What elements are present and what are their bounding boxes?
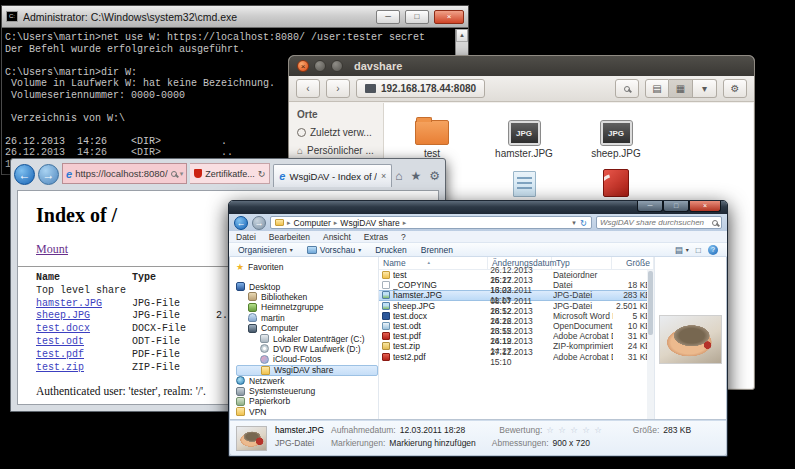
file-row-pdf2[interactable]: test2.pdf27.12.2013 15:10Adobe Acrobat D… [379, 352, 654, 362]
refresh-icon[interactable]: ↻ [580, 218, 587, 228]
help-icon[interactable]: ? [708, 245, 718, 255]
menu-bearbeiten[interactable]: Bearbeiten [269, 232, 310, 242]
file-link[interactable]: test.odt [36, 336, 84, 347]
list-view-button[interactable]: ▤ [645, 79, 669, 98]
menu-ansicht[interactable]: Ansicht [323, 232, 351, 242]
maximize-button[interactable]: □ [405, 10, 429, 24]
breadcrumb-wsgidav-share[interactable]: WsgiDAV share [340, 218, 399, 228]
pdf-icon [382, 353, 390, 361]
menu-help[interactable]: ? [401, 232, 406, 242]
sidebar-item-bibliotheken[interactable]: Bibliotheken [236, 292, 378, 302]
forward-button[interactable]: › [326, 79, 350, 98]
organize-button[interactable]: Organisieren▾ [238, 245, 293, 255]
views-button[interactable]: ▤▾ [675, 245, 689, 255]
view-options-chevron[interactable]: ▾ [693, 79, 717, 98]
chevron-down-icon[interactable]: ▾ [180, 170, 184, 178]
back-button[interactable]: ← [14, 164, 35, 185]
gear-button[interactable]: ⚙ [723, 79, 747, 98]
favorites-star-icon[interactable]: ★ [410, 169, 421, 183]
close-icon[interactable]: × [297, 60, 309, 72]
grid-view-button[interactable]: ▦ [669, 79, 693, 98]
browser-tab[interactable]: e WsgiDAV - Index of / × [273, 164, 392, 187]
menu-datei[interactable]: Datei [236, 232, 256, 242]
file-label: hamster.JPG [495, 148, 553, 159]
explorer-sidebar: ★Favoriten Desktop Bibliotheken Heimnetz… [230, 257, 378, 419]
file-type: ZIP-File [132, 362, 210, 375]
scrollbar-thumb[interactable] [648, 271, 653, 335]
sidebar-item-favoriten[interactable]: ★Favoriten [236, 262, 378, 272]
print-button[interactable]: Drucken [375, 245, 407, 255]
nautilus-title-bar[interactable]: × davshare [289, 56, 754, 76]
column-header-type[interactable]: Typ [552, 257, 612, 270]
file-link[interactable]: sheep.JPG [36, 310, 90, 321]
column-header-date[interactable]: Änderungsdatum [488, 257, 552, 270]
forward-button[interactable]: → [252, 216, 266, 230]
command-bar: Organisieren▾ Vorschau▾ Drucken Brennen … [229, 243, 727, 257]
minimize-button[interactable]: ─ [376, 10, 400, 24]
sidebar-item-desktop[interactable]: Desktop [236, 281, 378, 291]
burn-button[interactable]: Brennen [421, 245, 453, 255]
preview-pane-toggle[interactable]: □ [696, 245, 701, 255]
url-text[interactable]: https://localhost:8080/ [75, 168, 168, 179]
explorer-title-bar[interactable]: ─ □ × [229, 201, 727, 214]
sidebar-item-vpn[interactable]: VPN [236, 407, 378, 417]
sidebar-item-netzwerk[interactable]: Netzwerk [236, 376, 378, 386]
minimize-icon[interactable] [314, 60, 326, 72]
preview-button[interactable]: Vorschau▾ [307, 245, 361, 255]
file-type: PDF-File [132, 349, 210, 362]
search-button[interactable] [615, 79, 639, 98]
sidebar-item-home[interactable]: ⌂ Persönlicher ... [297, 145, 383, 156]
file-link[interactable]: test.pdf [36, 349, 84, 360]
mount-link[interactable]: Mount [36, 242, 68, 256]
file-item-hamster[interactable]: JPG hamster.JPG [478, 107, 570, 159]
breadcrumb-sep-icon: ▸ [334, 219, 338, 227]
home-icon[interactable]: ⌂ [395, 169, 402, 183]
scroll-up-icon[interactable]: ▲ [456, 29, 468, 42]
list-scrollbar[interactable] [647, 270, 654, 419]
search-box[interactable] [596, 216, 722, 229]
sidebar-item-papierkorb[interactable]: Papierkorb [236, 396, 378, 406]
tags-add-link[interactable]: Markierung hinzufügen [389, 438, 475, 448]
close-button[interactable]: × [689, 201, 721, 212]
menu-extras[interactable]: Extras [364, 232, 388, 242]
certificate-error-button[interactable]: Zertifikatfe... ↻ [190, 163, 270, 184]
file-link[interactable]: test.zip [36, 362, 84, 373]
back-button[interactable]: ← [234, 216, 248, 230]
sidebar-item-heimnetzgruppe[interactable]: Heimnetzgruppe [236, 302, 378, 312]
refresh-icon[interactable]: ↻ [258, 169, 266, 179]
cmd-title-bar[interactable]: C: Administrator: C:\Windows\system32\cm… [2, 6, 468, 28]
sidebar-item-icloud-fotos[interactable]: iCloud-Fotos [236, 354, 378, 364]
file-link[interactable]: test.docx [36, 323, 90, 334]
column-header-size[interactable]: Größe [612, 257, 654, 270]
pdf-icon [603, 169, 629, 197]
maximize-icon[interactable] [331, 60, 343, 72]
sidebar-item-martin[interactable]: martin [236, 313, 378, 323]
minimize-button[interactable]: ─ [637, 201, 663, 212]
forward-button[interactable]: → [38, 164, 59, 185]
location-button[interactable]: 192.168.178.44:8080 [356, 79, 485, 98]
close-button[interactable]: × [434, 10, 464, 24]
rating-stars[interactable]: ☆ ☆ ☆ ☆ ☆ [546, 425, 603, 435]
sidebar-item-dvd-laufwerk[interactable]: DVD RW Laufwerk (D:) [236, 344, 378, 354]
tab-close-icon[interactable]: × [381, 171, 386, 181]
file-item-test[interactable]: test [386, 107, 478, 159]
address-bar[interactable]: e https://localhost:8080/ ▾ [62, 163, 187, 184]
column-header-name[interactable]: ▴Name [379, 257, 488, 270]
sidebar-item-wsgidav-share[interactable]: WsgiDAV share [236, 365, 378, 376]
maximize-button[interactable]: □ [663, 201, 689, 212]
file-item-sheep[interactable]: JPG sheep.JPG [570, 107, 662, 159]
back-button[interactable]: ‹ [296, 79, 320, 98]
file-link[interactable]: hamster.JPG [36, 298, 102, 309]
folder-icon [382, 271, 390, 279]
ie-favicon: e [66, 168, 72, 180]
sidebar-item-computer[interactable]: Computer [236, 323, 378, 333]
settings-gear-icon[interactable]: ⚙ [429, 169, 440, 183]
search-icon[interactable] [171, 171, 177, 177]
sidebar-item-systemsteuerung[interactable]: Systemsteuerung [236, 386, 378, 396]
address-dropdown-chevron[interactable]: ▾ [572, 219, 576, 227]
sidebar-item-lokaler-datentraeger[interactable]: Lokaler Datenträger (C:) [236, 333, 378, 343]
search-input[interactable] [600, 218, 709, 227]
sidebar-item-recent[interactable]: Zuletzt verw... [297, 127, 383, 138]
breadcrumb-computer[interactable]: Computer [294, 218, 331, 228]
breadcrumb[interactable]: ▸ Computer ▸ WsgiDAV share ▸ ▾ ↻ [270, 216, 592, 229]
